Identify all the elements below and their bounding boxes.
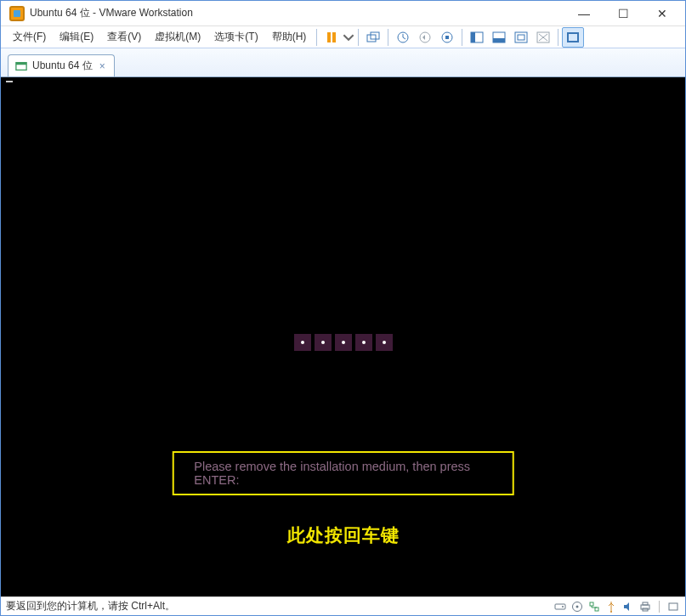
menu-help[interactable]: 帮助(H) <box>265 27 314 47</box>
svg-rect-13 <box>518 35 524 40</box>
stretch-icon <box>536 31 550 44</box>
menu-view[interactable]: 查看(V) <box>100 27 148 47</box>
power-dropdown[interactable] <box>343 27 354 48</box>
close-button[interactable]: ✕ <box>643 1 682 26</box>
menubar: 文件(F) 编辑(E) 查看(V) 虚拟机(M) 选项卡(T) 帮助(H) <box>1 26 685 48</box>
snapshot-manager-button[interactable] <box>436 27 458 48</box>
layout-bottom-button[interactable] <box>488 27 510 48</box>
split-bottom-icon <box>492 31 506 44</box>
svg-rect-22 <box>590 602 593 606</box>
boot-dot <box>355 334 372 351</box>
svg-rect-9 <box>471 32 475 42</box>
svg-point-21 <box>576 605 579 608</box>
install-prompt-text: Please remove the installation medium, t… <box>194 460 492 487</box>
svg-rect-18 <box>555 604 565 609</box>
svg-rect-28 <box>669 603 677 610</box>
fullscreen-button[interactable] <box>562 27 584 48</box>
boot-progress-dots <box>294 334 393 351</box>
network-icon[interactable] <box>587 600 601 613</box>
cd-icon[interactable] <box>570 600 584 613</box>
separator <box>388 29 388 46</box>
separator <box>316 29 317 46</box>
svg-rect-1 <box>332 32 336 42</box>
menu-vm[interactable]: 虚拟机(M) <box>148 27 207 47</box>
boot-dot <box>315 334 332 351</box>
window-title: Ubuntu 64 位 - VMware Workstation <box>30 6 564 20</box>
maximize-button[interactable]: ☐ <box>604 1 643 26</box>
printer-icon[interactable] <box>638 600 652 613</box>
boot-dot <box>335 334 352 351</box>
svg-rect-7 <box>445 36 449 39</box>
annotation-text: 此处按回车键 <box>287 523 400 547</box>
text-cursor <box>6 81 13 82</box>
split-left-icon <box>470 31 484 44</box>
snapshot-take-button[interactable] <box>392 27 414 48</box>
hdd-icon[interactable] <box>553 600 567 613</box>
chevron-down-icon <box>343 31 354 44</box>
fullscreen-icon <box>566 31 580 44</box>
fit-guest-icon <box>514 31 528 44</box>
statusbar: 要返回到您的计算机，请按 Ctrl+Alt。 <box>1 596 685 615</box>
svg-rect-3 <box>371 32 379 39</box>
fit-guest-button[interactable] <box>510 27 532 48</box>
sound-icon[interactable] <box>621 600 635 613</box>
tab-label: Ubuntu 64 位 <box>32 59 93 73</box>
svg-rect-11 <box>493 38 505 42</box>
svg-point-24 <box>610 611 612 613</box>
pause-button[interactable] <box>320 27 343 48</box>
vmware-app-icon <box>9 6 25 21</box>
svg-rect-15 <box>568 33 578 42</box>
pause-icon <box>325 31 338 44</box>
separator <box>462 29 462 46</box>
titlebar: Ubuntu 64 位 - VMware Workstation — ☐ ✕ <box>1 1 685 26</box>
svg-point-19 <box>562 606 564 608</box>
minimize-button[interactable]: — <box>564 1 604 26</box>
separator <box>659 601 660 613</box>
stretch-button[interactable] <box>532 27 554 48</box>
send-keys-icon <box>366 31 380 44</box>
snapshot-revert-button[interactable] <box>414 27 436 48</box>
layout-left-button[interactable] <box>466 27 488 48</box>
svg-rect-0 <box>327 32 331 42</box>
vm-console[interactable]: Please remove the installation medium, t… <box>1 77 685 596</box>
statusbar-hint: 要返回到您的计算机，请按 Ctrl+Alt。 <box>6 599 175 613</box>
menu-file[interactable]: 文件(F) <box>6 27 53 47</box>
boot-dot <box>294 334 311 351</box>
svg-rect-17 <box>16 62 26 65</box>
svg-rect-23 <box>595 608 598 611</box>
status-device-icons <box>553 600 680 613</box>
tab-close-button[interactable]: × <box>98 60 107 72</box>
menu-edit[interactable]: 编辑(E) <box>53 27 100 47</box>
separator <box>558 29 558 46</box>
svg-rect-26 <box>643 602 648 605</box>
snapshot-revert-icon <box>418 31 432 44</box>
snapshot-manager-icon <box>440 31 454 44</box>
svg-rect-2 <box>367 35 376 42</box>
message-log-icon[interactable] <box>666 600 680 613</box>
tabstrip: Ubuntu 64 位 × <box>1 48 685 77</box>
menu-tabs[interactable]: 选项卡(T) <box>207 27 264 47</box>
separator <box>358 29 359 46</box>
vm-tab-icon <box>15 60 27 72</box>
svg-rect-12 <box>515 32 527 42</box>
install-prompt-box: Please remove the installation medium, t… <box>172 451 514 495</box>
usb-icon[interactable] <box>604 600 618 613</box>
snapshot-icon <box>396 31 410 44</box>
tab-ubuntu[interactable]: Ubuntu 64 位 × <box>8 54 115 76</box>
send-cad-button[interactable] <box>362 27 384 48</box>
boot-dot <box>376 334 393 351</box>
